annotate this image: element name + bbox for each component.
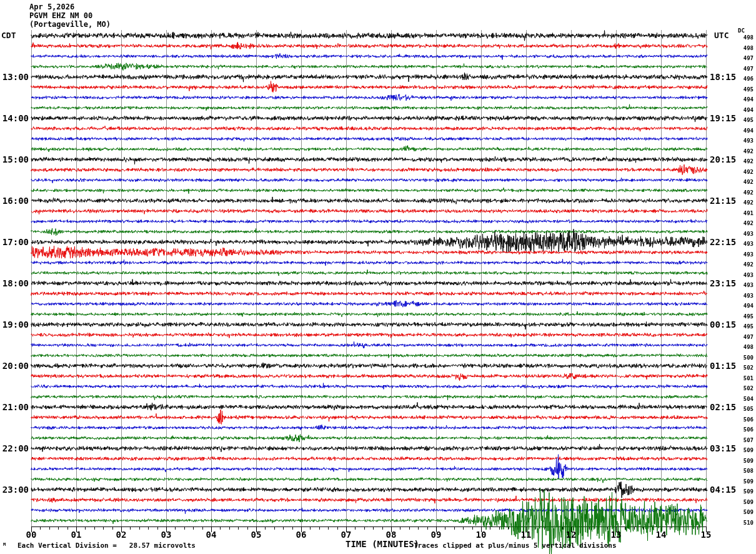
helicorder-page: Apr 5,2026 PGVM EHZ NM 00 (Portageville,… (0, 0, 756, 554)
dc-value: 509 (725, 458, 754, 464)
dc-value: 495 (725, 86, 754, 93)
dc-value: 507 (725, 437, 754, 443)
x-tick-label: 12 (561, 530, 581, 540)
dc-value: 493 (725, 282, 754, 288)
dc-value: 494 (725, 303, 754, 309)
x-tick-label: 09 (426, 530, 446, 540)
dc-value: 493 (725, 272, 754, 278)
dc-value: 497 (725, 55, 754, 61)
dc-value: 492 (725, 189, 754, 196)
dc-value: 492 (725, 220, 754, 226)
cdt-time-label: 18:00 (0, 278, 29, 288)
cdt-label: CDT (1, 31, 16, 40)
cdt-time-label: 23:00 (0, 485, 29, 495)
dc-value: 492 (725, 148, 754, 154)
dc-value: 495 (725, 323, 754, 330)
dc-value: 495 (725, 313, 754, 320)
dc-value: 509 (725, 488, 754, 495)
x-tick-label: 07 (336, 530, 356, 540)
cdt-time-label: 13:00 (0, 72, 29, 82)
x-tick-label: 15 (696, 530, 716, 540)
dc-value: 493 (725, 251, 754, 258)
dc-value: 493 (725, 293, 754, 299)
x-tick-label: 11 (516, 530, 536, 540)
dc-value: 497 (725, 334, 754, 340)
dc-value: 492 (725, 261, 754, 268)
dc-value: 508 (725, 468, 754, 474)
seismogram-canvas (0, 0, 756, 554)
cdt-time-label: 20:00 (0, 361, 29, 371)
dc-value: 492 (725, 158, 754, 164)
dc-value: 494 (725, 128, 754, 134)
x-tick-label: 14 (651, 530, 671, 540)
dc-value: 493 (725, 138, 754, 144)
dc-value: 491 (725, 210, 754, 216)
dc-value: 505 (725, 406, 754, 412)
division-note: Each Vertical Division = 28.57 microvolt… (17, 541, 196, 550)
x-tick-label: 03 (156, 530, 176, 540)
dc-value: 493 (725, 241, 754, 247)
dc-value: 509 (725, 478, 754, 485)
dc-value: 510 (725, 520, 754, 526)
x-tick-label: 06 (291, 530, 311, 540)
cdt-time-label: 21:00 (0, 402, 29, 412)
dc-value: 509 (725, 447, 754, 453)
dc-value: 502 (725, 385, 754, 391)
dc-value: 496 (725, 76, 754, 82)
cdt-time-label: 16:00 (0, 196, 29, 206)
corner-mark: M (3, 542, 6, 547)
dc-value: 504 (725, 396, 754, 402)
dc-value: 509 (725, 509, 754, 515)
x-tick-label: 02 (111, 530, 131, 540)
dc-value: 509 (725, 499, 754, 505)
x-tick-label: 01 (66, 530, 86, 540)
cdt-time-label: 15:00 (0, 154, 29, 164)
dc-value: 506 (725, 416, 754, 423)
cdt-time-label: 14:00 (0, 113, 29, 123)
cdt-time-label: 17:00 (0, 237, 29, 247)
dc-value: 494 (725, 107, 754, 113)
dc-value: 498 (725, 34, 754, 41)
dc-label: DC (738, 28, 745, 34)
dc-value: 492 (725, 199, 754, 206)
cdt-time-label: 19:00 (0, 320, 29, 330)
header-station: PGVM EHZ NM 00 (29, 11, 92, 20)
dc-value: 493 (725, 231, 754, 237)
dc-value: 506 (725, 426, 754, 433)
dc-value: 501 (725, 375, 754, 381)
dc-value: 497 (725, 66, 754, 72)
dc-value: 498 (725, 344, 754, 350)
dc-value: 498 (725, 45, 754, 51)
x-tick-label: 00 (21, 530, 41, 540)
clip-note: Traces clipped at plus/minus 5 vertical … (414, 541, 617, 550)
x-tick-label: 10 (471, 530, 491, 540)
dc-value: 492 (725, 169, 754, 175)
cdt-time-label: 22:00 (0, 443, 29, 453)
x-axis-title: TIME (MINUTES) (346, 539, 419, 549)
x-tick-label: 04 (201, 530, 221, 540)
header-date: Apr 5,2026 (29, 3, 74, 11)
dc-value: 500 (725, 355, 754, 361)
dc-value: 494 (725, 96, 754, 103)
x-tick-label: 05 (246, 530, 266, 540)
header-location: (Portageville, MO) (29, 20, 111, 29)
dc-value: 492 (725, 179, 754, 185)
x-tick-label: 08 (381, 530, 401, 540)
dc-value: 502 (725, 365, 754, 371)
dc-value: 495 (725, 117, 754, 123)
x-tick-label: 13 (606, 530, 626, 540)
